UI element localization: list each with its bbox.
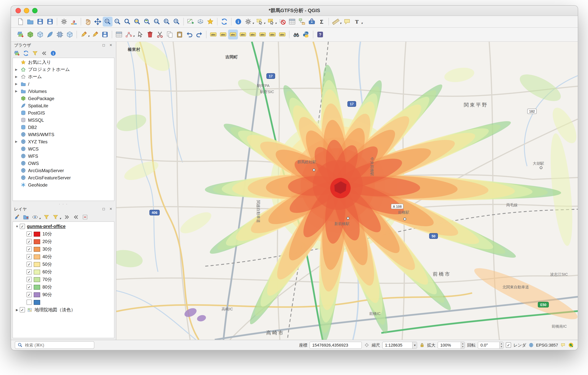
browser-collapse-all-button[interactable] <box>40 49 48 57</box>
legend-checkbox[interactable] <box>27 239 32 244</box>
mouse-position-icon[interactable] <box>364 342 369 348</box>
legend-row-30min[interactable]: 30分 <box>13 245 114 253</box>
scale-lock-icon[interactable] <box>420 342 425 348</box>
browser-item-xyz-tiles[interactable]: XYZ Tiles <box>13 138 114 145</box>
layers-close-button[interactable] <box>108 206 114 212</box>
dock-splitter[interactable] <box>11 202 116 206</box>
collapse-all-button[interactable] <box>72 213 80 221</box>
manage-map-themes-button[interactable] <box>31 213 39 221</box>
help-button[interactable] <box>315 30 325 39</box>
new-memory-layer-button[interactable] <box>55 30 65 39</box>
paste-features-button[interactable] <box>175 30 185 39</box>
cut-features-button[interactable] <box>155 30 165 39</box>
pin-labels-button[interactable] <box>228 30 238 39</box>
zoom-in-button[interactable] <box>103 17 113 27</box>
layers-float-button[interactable] <box>101 206 106 212</box>
browser-refresh-button[interactable] <box>21 49 30 57</box>
basemap-expand-arrow[interactable]: ▶ <box>14 308 20 311</box>
save-project-as-button[interactable] <box>45 17 55 27</box>
locator-icon[interactable] <box>568 342 574 348</box>
legend-checkbox[interactable] <box>27 254 32 259</box>
group-checkbox[interactable] <box>20 224 25 229</box>
remove-layer-button[interactable] <box>81 213 89 221</box>
legend-checkbox[interactable] <box>27 231 32 237</box>
scale-input[interactable] <box>384 342 412 348</box>
layer-styling-button[interactable] <box>12 213 21 221</box>
browser-item-home[interactable]: ホーム <box>13 73 114 80</box>
measure-button[interactable] <box>331 17 341 27</box>
legend-row-90min[interactable]: 90分 <box>13 291 114 298</box>
refresh-map-button[interactable] <box>219 17 229 27</box>
browser-float-button[interactable] <box>101 42 106 48</box>
filter-expression-dropdown[interactable]: ▾ <box>60 217 61 220</box>
expand-all-button[interactable] <box>63 213 71 221</box>
zoom-full-button[interactable] <box>122 17 132 27</box>
new-map-view-button[interactable] <box>186 17 196 27</box>
python-console-button[interactable] <box>301 30 311 39</box>
scale-dropdown-arrow[interactable]: ▼ <box>412 342 417 348</box>
legend-row-40min[interactable]: 40分 <box>13 253 114 261</box>
browser-item-geopackage[interactable]: GeoPackage <box>13 95 114 102</box>
legend-checkbox[interactable] <box>27 284 32 290</box>
magnifier-spin-buttons[interactable]: ▲▼ <box>461 342 464 348</box>
processing-toolbox-button[interactable] <box>307 17 317 27</box>
legend-row-60min[interactable]: 60分 <box>13 268 114 276</box>
zoom-native-button[interactable] <box>152 17 162 27</box>
legend-checkbox[interactable] <box>27 277 32 282</box>
new-shapefile-layer-button[interactable] <box>45 30 55 39</box>
rotation-spinbox[interactable]: ▲▼ <box>478 342 504 349</box>
select-by-value-button[interactable] <box>266 17 276 27</box>
basemap-checkbox[interactable] <box>20 307 25 312</box>
browser-item-mssql[interactable]: MSSQL <box>13 116 114 124</box>
locator-search[interactable] <box>15 341 94 349</box>
browser-item-arcgis-map-server[interactable]: ArcGisMapServer <box>13 167 114 174</box>
magnifier-spinbox[interactable]: ▲▼ <box>438 342 465 349</box>
legend-checkbox[interactable] <box>27 269 32 275</box>
legend-checkbox[interactable] <box>27 292 32 297</box>
browser-item-favorites[interactable]: お気に入り <box>13 59 114 66</box>
browser-item-arcgis-feature-server[interactable]: ArcGisFeatureServer <box>13 174 114 181</box>
browser-item-root[interactable]: / <box>13 80 114 88</box>
legend-row-80min[interactable]: 80分 <box>13 283 114 291</box>
browser-item-wfs[interactable]: WFS <box>13 153 114 160</box>
browser-item-db2[interactable]: DB2 <box>13 124 114 131</box>
legend-row-20min[interactable]: 20分 <box>13 238 114 245</box>
layer-diagram-button[interactable] <box>218 30 228 39</box>
browser-item-postgis[interactable]: PostGIS <box>13 109 114 116</box>
magnifier-input[interactable] <box>440 342 461 348</box>
browser-item-volumes[interactable]: /Volumes <box>13 88 114 95</box>
browser-close-button[interactable] <box>108 42 114 48</box>
toggle-editing-button[interactable] <box>90 30 100 39</box>
rotate-label-button[interactable] <box>258 30 267 39</box>
undo-button[interactable] <box>185 30 194 39</box>
statistical-summary-button[interactable] <box>317 17 326 27</box>
zoom-to-selection-button[interactable] <box>132 17 142 27</box>
move-label-button[interactable] <box>248 30 258 39</box>
legend-checkbox[interactable] <box>27 246 32 252</box>
save-project-button[interactable] <box>35 17 45 27</box>
layer-group-row[interactable]: ▼ gunma-pref-office <box>13 222 114 230</box>
browser-properties-button[interactable] <box>49 49 57 57</box>
spatial-bookmarks-button[interactable] <box>205 17 215 27</box>
layer-labeling-button[interactable] <box>208 30 218 39</box>
browser-item-spatialite[interactable]: SpatiaLite <box>13 102 114 109</box>
new-3d-map-view-button[interactable] <box>196 17 205 27</box>
zoom-next-button[interactable] <box>172 17 181 27</box>
vertex-tool-button[interactable] <box>124 30 134 39</box>
new-spatialite-layer-button[interactable] <box>65 30 75 39</box>
coordinate-input[interactable] <box>311 342 360 348</box>
map-tips-button[interactable] <box>342 17 352 27</box>
show-hide-labels-button[interactable] <box>277 30 287 39</box>
zoom-out-button[interactable] <box>113 17 122 27</box>
filter-legend-expression-button[interactable] <box>51 213 60 221</box>
new-project-button[interactable] <box>16 17 25 27</box>
zoom-last-button[interactable] <box>162 17 172 27</box>
current-edits-button[interactable] <box>79 30 89 39</box>
run-feature-action-button[interactable] <box>243 17 253 27</box>
deselect-features-button[interactable] <box>277 17 287 27</box>
crs-status[interactable]: EPSG:3857 <box>536 343 558 347</box>
legend-row-blank[interactable] <box>13 298 114 306</box>
identify-features-button[interactable] <box>233 17 243 27</box>
new-geopackage-layer-button[interactable] <box>25 30 35 39</box>
copy-features-button[interactable] <box>165 30 175 39</box>
